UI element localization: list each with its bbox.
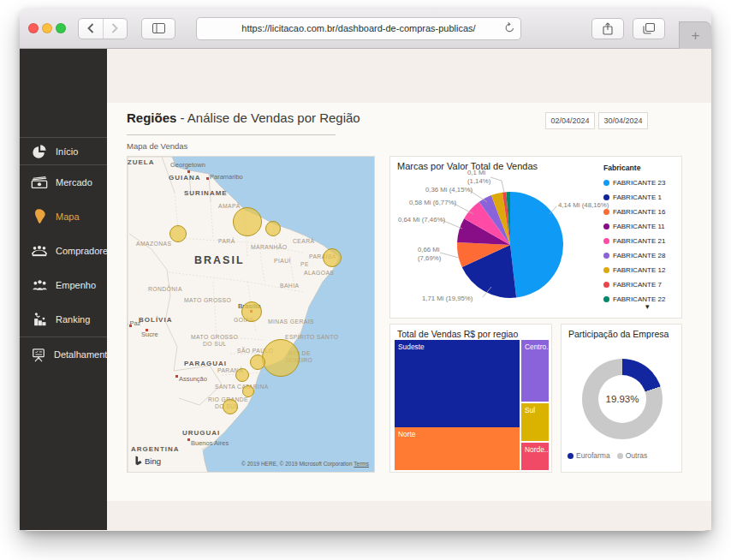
legend-label: FABRICANTE 22 bbox=[613, 295, 665, 303]
legend-item[interactable]: FABRICANTE 21 bbox=[603, 234, 682, 248]
legend-item[interactable]: FABRICANTE 11 bbox=[603, 219, 682, 234]
donut-chart[interactable]: 19.93% bbox=[582, 359, 663, 439]
sidebar-icon bbox=[152, 23, 165, 33]
sidebar-item-detalhamento[interactable]: Detalhamento bbox=[20, 337, 107, 372]
pie-data-label: 0,64 Mi (7,46%) bbox=[398, 216, 445, 224]
map-label: ESPÍRITO SANTO bbox=[285, 334, 338, 340]
share-icon bbox=[603, 22, 613, 35]
reload-icon bbox=[505, 22, 514, 33]
url-bar[interactable]: https://licitacao.com.br/dashboard-de-co… bbox=[196, 17, 521, 40]
legend-item[interactable]: FABRICANTE 7 bbox=[603, 277, 682, 292]
map-sales-bubble[interactable] bbox=[223, 399, 238, 414]
map-sales-bubble[interactable] bbox=[265, 221, 281, 236]
legend-item[interactable]: FABRICANTE 16 bbox=[603, 205, 682, 219]
dashboard-main: Regiões - Análise de Vendas por Região 0… bbox=[107, 49, 711, 530]
treemap-block-label: Norde... bbox=[521, 443, 549, 454]
screenshot-stage: https://licitacao.com.br/dashboard-de-co… bbox=[0, 0, 731, 560]
plus-icon: + bbox=[692, 27, 700, 45]
city-dot bbox=[146, 329, 148, 331]
sidebar-item-inicio[interactable]: Início bbox=[20, 138, 107, 164]
legend-item[interactable]: FABRICANTE 22 bbox=[603, 292, 682, 307]
legend-scroll-down-button[interactable]: ▾ bbox=[645, 302, 650, 311]
pie-data-label: 0,66 Mi(7,69%) bbox=[418, 246, 441, 262]
map-label: BOLÍVIA bbox=[139, 316, 172, 324]
legend-label: Eurofarma bbox=[576, 451, 610, 460]
new-tab-button[interactable]: + bbox=[679, 21, 711, 51]
legend-item[interactable]: FABRICANTE 23 bbox=[603, 176, 682, 190]
city-dot bbox=[187, 438, 190, 441]
treemap-block-sudeste[interactable]: Sudeste bbox=[395, 340, 520, 427]
treemap-panel: Total de Vendas R$ por regiao SudesteNor… bbox=[389, 324, 552, 473]
legend-label: FABRICANTE 11 bbox=[613, 223, 665, 230]
terms-link[interactable]: Terms bbox=[354, 461, 369, 467]
city-dot bbox=[175, 375, 178, 378]
map-sales-bubble[interactable] bbox=[233, 207, 262, 236]
legend-color-dot bbox=[603, 282, 609, 288]
legend-label: FABRICANTE 23 bbox=[613, 179, 665, 187]
legend-item[interactable]: FABRICANTE 28 bbox=[603, 248, 682, 263]
page-title-rest: - Análise de Vendas por Região bbox=[181, 110, 360, 125]
attribution-text: © 2019 HERE, © 2019 Microsoft Corporatio… bbox=[241, 461, 353, 467]
map-label: MATO GROSSO bbox=[184, 297, 231, 303]
map-sales-bubble[interactable] bbox=[242, 385, 254, 397]
treemap-block-norde[interactable]: Norde... bbox=[521, 443, 549, 470]
reload-button[interactable] bbox=[505, 22, 514, 33]
donut-legend-item[interactable]: Eurofarma bbox=[568, 451, 610, 460]
group-icon bbox=[31, 277, 48, 294]
date-to-field[interactable]: 30/04/2024 bbox=[598, 112, 648, 129]
map-sales-bubble[interactable] bbox=[262, 339, 300, 377]
pie-data-label: 4,14 Mi (48,16%) bbox=[558, 201, 609, 210]
map-sales-bubble[interactable] bbox=[169, 225, 187, 242]
sidebar-item-label: Início bbox=[56, 146, 78, 157]
map-label: GUIANA bbox=[169, 174, 201, 182]
sidebar-item-mercado[interactable]: Mercado bbox=[20, 165, 107, 200]
forward-button[interactable] bbox=[103, 19, 128, 39]
close-window-button[interactable] bbox=[28, 23, 39, 33]
legend-label: FABRICANTE 12 bbox=[613, 266, 665, 274]
map-label: Georgetown bbox=[170, 161, 205, 169]
sidebar-item-empenho[interactable]: Empenho bbox=[20, 268, 107, 302]
page-title-bold: Regiões bbox=[127, 110, 176, 125]
bing-logo[interactable]: Bing bbox=[134, 456, 161, 466]
zoom-window-button[interactable] bbox=[56, 23, 66, 33]
share-button[interactable] bbox=[591, 18, 624, 39]
legend-label: FABRICANTE 1 bbox=[613, 194, 662, 201]
sidebar-item-label: Compradores bbox=[56, 246, 113, 256]
sidebar-item-label: Mapa bbox=[56, 211, 80, 222]
map-label: CEARÁ bbox=[293, 238, 314, 244]
treemap-block-centro[interactable]: Centro... bbox=[521, 340, 549, 402]
sidebar-item-label: Ranking bbox=[56, 314, 90, 325]
legend-title: Fabricante bbox=[603, 164, 682, 172]
sidebar-item-compradores[interactable]: Compradores bbox=[20, 234, 107, 268]
treemap-block-label: Sudeste bbox=[395, 340, 520, 351]
sidebar-item-ranking[interactable]: Ranking bbox=[20, 302, 107, 337]
donut-legend-item[interactable]: Outras bbox=[617, 451, 648, 460]
map-sales-bubble[interactable] bbox=[235, 368, 249, 382]
legend-item[interactable]: FABRICANTE 12 bbox=[603, 263, 682, 277]
browser-window: https://licitacao.com.br/dashboard-de-co… bbox=[20, 9, 711, 531]
map-label: VENEZUELA bbox=[127, 158, 154, 166]
legend-label: FABRICANTE 16 bbox=[613, 208, 665, 216]
tabs-overview-button[interactable] bbox=[633, 18, 665, 39]
legend-item[interactable]: FABRICANTE 1 bbox=[603, 190, 682, 205]
city-dot bbox=[129, 325, 132, 327]
pie-data-label: 0,36 Mi (4,15%) bbox=[425, 186, 472, 194]
map-sales-bubble[interactable] bbox=[323, 248, 342, 267]
sidebar-item-mapa[interactable]: Mapa bbox=[20, 200, 107, 234]
chevron-right-icon bbox=[111, 23, 118, 33]
legend-color-dot bbox=[603, 223, 609, 229]
minimize-window-button[interactable] bbox=[42, 23, 52, 33]
map-sales-bubble[interactable] bbox=[250, 354, 265, 370]
treemap-block-norte[interactable]: Norte bbox=[395, 427, 520, 470]
back-button[interactable] bbox=[79, 19, 103, 39]
map-visual-title: Mapa de Vendas bbox=[127, 141, 187, 151]
pie-chart-icon bbox=[31, 143, 48, 160]
sidebar-nav: InícioMercadoMapaCompradoresEmpenhoRanki… bbox=[20, 138, 107, 372]
treemap-block-sul[interactable]: Sul bbox=[521, 403, 549, 441]
map-label: Paramaribo bbox=[210, 173, 243, 181]
pie-label-leader-line bbox=[490, 177, 504, 193]
sidebar-item-label: Empenho bbox=[56, 280, 96, 290]
date-from-field[interactable]: 02/04/2024 bbox=[545, 112, 595, 129]
sidebar-toggle-button[interactable] bbox=[141, 18, 175, 39]
map-sales-bubble[interactable] bbox=[241, 301, 262, 322]
